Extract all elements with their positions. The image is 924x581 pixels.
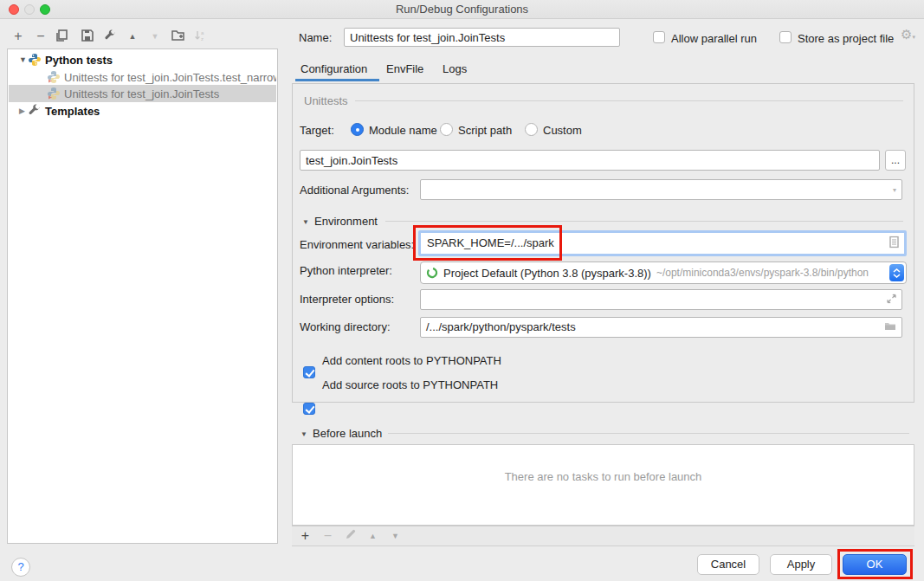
python-interpreter-select[interactable]: Project Default (Python 3.8 (pyspark-3.8… <box>420 261 907 284</box>
module-name-input[interactable] <box>300 150 880 171</box>
python-test-config-icon <box>47 87 61 100</box>
copy-configuration-button[interactable] <box>54 29 69 44</box>
triangle-down-icon: ▼ <box>152 33 159 41</box>
help-button[interactable]: ? <box>11 558 30 577</box>
before-launch-toolbar: + − ▲ ▼ <box>292 526 914 546</box>
environment-collapse-icon[interactable]: ▼ <box>302 218 309 226</box>
tree-item-label: Unittests for test_join.JoinTests.test_n… <box>64 71 276 84</box>
before-launch-section-label: Before launch <box>313 427 382 440</box>
tab-configuration[interactable]: Configuration <box>300 62 367 75</box>
active-tab-underline <box>295 79 379 81</box>
triangle-up-icon: ▲ <box>129 33 137 41</box>
name-input[interactable] <box>344 28 620 47</box>
unittests-section-label: Unittests <box>304 94 348 107</box>
add-source-roots-label: Add source roots to PYTHONPATH <box>322 378 498 391</box>
save-configuration-button[interactable] <box>80 29 95 44</box>
tree-item-label: Templates <box>45 105 100 118</box>
section-divider <box>385 221 903 222</box>
tree-item-jointests-selected[interactable]: Unittests for test_join.JoinTests <box>9 85 276 102</box>
add-source-roots-checkbox[interactable] <box>303 403 315 415</box>
save-icon <box>81 29 94 44</box>
minimize-window-button <box>24 4 35 15</box>
title-bar: Run/Debug Configurations <box>0 0 924 19</box>
expand-field-icon[interactable] <box>887 294 896 307</box>
ok-button[interactable]: OK <box>843 554 907 575</box>
tab-logs[interactable]: Logs <box>443 62 467 75</box>
apply-button[interactable]: Apply <box>770 554 832 575</box>
plus-icon: + <box>14 29 22 44</box>
remove-configuration-button[interactable]: − <box>33 29 48 44</box>
interpreter-options-label: Interpreter options: <box>300 293 394 306</box>
close-window-button[interactable] <box>9 4 19 15</box>
minus-icon: − <box>36 29 44 44</box>
before-launch-collapse-icon[interactable]: ▼ <box>300 430 307 438</box>
env-vars-list-icon[interactable] <box>889 236 899 251</box>
new-folder-button[interactable] <box>170 29 185 44</box>
sort-az-icon: az <box>194 29 206 44</box>
wrench-icon <box>28 104 42 118</box>
chevron-down-icon[interactable]: ▼ <box>19 55 28 64</box>
sort-configurations-button: az <box>192 29 208 44</box>
svg-text:a: a <box>201 30 204 36</box>
python-icon <box>28 53 42 67</box>
tree-item-label: Unittests for test_join.JoinTests <box>64 87 219 100</box>
working-directory-input[interactable]: /.../spark/python/pyspark/tests <box>420 317 902 338</box>
store-as-project-file-label: Store as project file <box>798 32 894 45</box>
browse-button[interactable]: ... <box>885 150 906 171</box>
interpreter-options-input[interactable] <box>420 289 902 310</box>
environment-variables-label: Environment variables: <box>300 238 414 251</box>
additional-arguments-input[interactable]: ▾ <box>420 179 902 200</box>
svg-text:z: z <box>201 36 204 42</box>
working-directory-label: Working directory: <box>300 320 391 333</box>
target-custom-label: Custom <box>543 124 582 137</box>
run-debug-configurations-dialog: Run/Debug Configurations + − ▲ ▼ az ▼ Py… <box>0 0 924 581</box>
python-test-config-icon <box>47 70 61 84</box>
section-divider <box>355 100 903 101</box>
environment-variables-field[interactable]: SPARK_HOME=/.../spark <box>418 230 907 256</box>
cancel-button[interactable]: Cancel <box>697 554 759 575</box>
folder-plus-icon <box>171 29 184 43</box>
name-label: Name: <box>299 31 332 44</box>
tree-item-label: Python tests <box>45 54 113 67</box>
allow-parallel-run-checkbox[interactable] <box>653 31 665 43</box>
remove-task-button: − <box>321 528 334 544</box>
expand-chevron-icon[interactable]: ▾ <box>893 186 896 194</box>
tree-item-templates[interactable]: ▶ Templates <box>9 102 276 119</box>
tab-envfile[interactable]: EnvFile <box>386 62 423 75</box>
window-title: Run/Debug Configurations <box>0 0 924 18</box>
add-configuration-button[interactable]: + <box>10 29 26 44</box>
python-interpreter-label: Python interpreter: <box>300 264 392 277</box>
tree-item-python-tests[interactable]: ▼ Python tests <box>9 51 276 68</box>
before-launch-task-list: There are no tasks to run before launch <box>292 444 914 526</box>
target-script-path-label: Script path <box>458 124 512 137</box>
edit-templates-button[interactable] <box>102 29 118 44</box>
store-as-project-file-checkbox[interactable] <box>779 31 792 43</box>
copy-icon <box>55 29 68 44</box>
conda-environment-icon <box>426 267 438 279</box>
target-script-path-radio[interactable] <box>440 123 453 136</box>
move-task-down-button: ▼ <box>389 533 402 540</box>
wrench-icon <box>104 29 116 44</box>
working-directory-value: /.../spark/python/pyspark/tests <box>426 320 576 333</box>
target-module-name-radio[interactable] <box>351 123 364 136</box>
python-interpreter-value: Project Default (Python 3.8 (pyspark-3.8… <box>443 267 651 280</box>
tree-item-test-narrow[interactable]: Unittests for test_join.JoinTests.test_n… <box>9 68 276 86</box>
target-label: Target: <box>300 124 334 137</box>
add-content-roots-checkbox[interactable] <box>303 366 315 378</box>
add-task-button[interactable]: + <box>299 528 312 544</box>
chevron-right-icon[interactable]: ▶ <box>19 107 28 115</box>
environment-section-label: Environment <box>314 215 378 228</box>
configuration-panel: Unittests Target: Module name Script pat… <box>292 83 914 403</box>
folder-icon[interactable] <box>884 318 896 337</box>
environment-variables-value: SPARK_HOME=/.../spark <box>427 236 554 249</box>
edit-task-button <box>344 529 357 543</box>
before-launch-empty-text: There are no tasks to run before launch <box>505 470 702 483</box>
zoom-window-button[interactable] <box>40 4 50 15</box>
gear-icon[interactable]: ⚙▾ <box>901 27 915 42</box>
target-custom-radio[interactable] <box>525 123 538 136</box>
python-interpreter-path: ~/opt/miniconda3/envs/pyspark-3.8/bin/py… <box>656 267 869 279</box>
move-up-button[interactable]: ▲ <box>125 29 140 44</box>
target-module-name-label: Module name <box>369 124 437 137</box>
section-divider <box>388 433 909 434</box>
dropdown-stepper-icon[interactable] <box>889 264 904 281</box>
